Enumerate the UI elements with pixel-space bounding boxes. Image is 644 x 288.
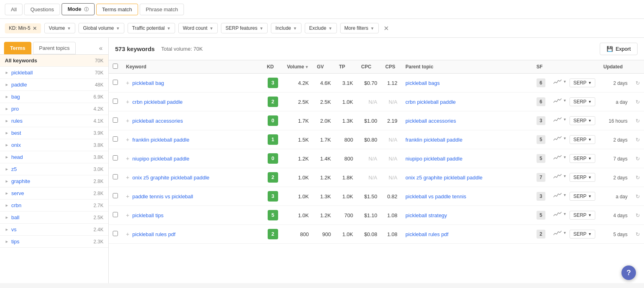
chevron-down-icon[interactable]: ▼ bbox=[563, 80, 567, 84]
tab-all[interactable]: All bbox=[5, 4, 23, 15]
keyword-link[interactable]: pickleball rules pdf bbox=[132, 231, 175, 237]
tab-phrase-match[interactable]: Phrase match bbox=[140, 4, 184, 15]
add-keyword-button[interactable]: + bbox=[126, 231, 129, 237]
serp-button[interactable]: SERP ▼ bbox=[570, 116, 595, 125]
sidebar-item-serve[interactable]: ► serve 2.8K bbox=[0, 187, 108, 200]
parent-topic-link[interactable]: niupipo pickleball paddle bbox=[405, 156, 462, 162]
sidebar-item-vs[interactable]: ► vs 2.4K bbox=[0, 224, 108, 236]
chevron-down-icon[interactable]: ▼ bbox=[563, 136, 567, 140]
sidebar-item-ball[interactable]: ► ball 2.5K bbox=[0, 212, 108, 224]
add-keyword-button[interactable]: + bbox=[126, 193, 129, 200]
sidebar-item-graphite[interactable]: ► graphite 2.8K bbox=[0, 175, 108, 187]
sidebar-item-onix[interactable]: ► onix 3.8K bbox=[0, 139, 108, 151]
add-keyword-button[interactable]: + bbox=[126, 136, 129, 143]
sidebar-item-head[interactable]: ► head 3.8K bbox=[0, 151, 108, 163]
include-filter[interactable]: Include ▼ bbox=[271, 23, 301, 33]
row-checkbox[interactable] bbox=[113, 80, 118, 85]
row-checkbox[interactable] bbox=[113, 155, 118, 160]
parent-topic-link[interactable]: pickleball bags bbox=[405, 80, 440, 86]
sidebar-collapse-button[interactable]: « bbox=[97, 43, 104, 53]
parent-topic-link[interactable]: franklin pickleball paddle bbox=[405, 137, 462, 143]
refresh-icon[interactable]: ↻ bbox=[636, 175, 640, 181]
keyword-link[interactable]: pickleball tips bbox=[132, 212, 163, 218]
add-keyword-button[interactable]: + bbox=[126, 174, 129, 181]
keyword-link[interactable]: pickleball accessories bbox=[132, 118, 183, 124]
tab-terms-match[interactable]: Terms match bbox=[96, 4, 138, 15]
serp-button[interactable]: SERP ▼ bbox=[570, 173, 595, 182]
parent-topic-link[interactable]: pickleball accessories bbox=[405, 118, 456, 124]
keyword-link[interactable]: onix z5 graphite pickleball paddle bbox=[132, 175, 210, 181]
export-button[interactable]: 💾 Export bbox=[600, 43, 638, 55]
row-checkbox[interactable] bbox=[113, 99, 118, 104]
tab-mode[interactable]: Mode ⓘ bbox=[62, 3, 95, 15]
sidebar-item-paddle[interactable]: ► paddle 48K bbox=[0, 79, 108, 91]
sidebar-item-crbn[interactable]: ► crbn 2.7K bbox=[0, 200, 108, 212]
add-keyword-button[interactable]: + bbox=[126, 212, 129, 218]
parent-topic-link[interactable]: pickleball rules pdf bbox=[405, 231, 448, 237]
parent-topic-link[interactable]: pickleball strategy bbox=[405, 212, 447, 218]
select-all-checkbox[interactable] bbox=[113, 64, 118, 69]
sidebar-item-rules[interactable]: ► rules 4.1K bbox=[0, 115, 108, 127]
kd-close-icon[interactable]: ✕ bbox=[33, 25, 37, 31]
parent-topic-link[interactable]: crbn pickleball paddle bbox=[405, 99, 456, 105]
serp-button[interactable]: SERP ▼ bbox=[570, 78, 595, 87]
add-keyword-button[interactable]: + bbox=[126, 155, 129, 162]
sidebar-item-all-keywords[interactable]: All keywords 70K bbox=[0, 55, 108, 67]
sidebar-item-pickleball[interactable]: ► pickleball 70K bbox=[0, 67, 108, 79]
refresh-icon[interactable]: ↻ bbox=[636, 156, 640, 162]
serp-button[interactable]: SERP ▼ bbox=[570, 230, 595, 239]
refresh-icon[interactable]: ↻ bbox=[636, 212, 640, 218]
row-checkbox[interactable] bbox=[113, 212, 118, 217]
chevron-down-icon[interactable]: ▼ bbox=[563, 155, 567, 159]
col-header-kd[interactable]: KD bbox=[263, 60, 283, 74]
row-checkbox[interactable] bbox=[113, 174, 118, 179]
sidebar-item-pro[interactable]: ► pro 4.2K bbox=[0, 103, 108, 115]
chevron-down-icon[interactable]: ▼ bbox=[563, 174, 567, 178]
refresh-icon[interactable]: ↻ bbox=[636, 137, 640, 143]
sidebar-item-z5[interactable]: ► z5 3.0K bbox=[0, 163, 108, 175]
keyword-link[interactable]: paddle tennis vs pickleball bbox=[132, 193, 193, 200]
row-checkbox[interactable] bbox=[113, 117, 118, 123]
sidebar-tab-terms[interactable]: Terms bbox=[4, 42, 31, 54]
add-keyword-button[interactable]: + bbox=[126, 117, 129, 124]
chevron-down-icon[interactable]: ▼ bbox=[563, 193, 567, 197]
exclude-filter[interactable]: Exclude ▼ bbox=[305, 23, 337, 33]
chevron-down-icon[interactable]: ▼ bbox=[563, 212, 567, 216]
keyword-link[interactable]: franklin pickleball paddle bbox=[132, 137, 190, 143]
keyword-link[interactable]: crbn pickleball paddle bbox=[132, 99, 183, 105]
sidebar-item-bag[interactable]: ► bag 6.9K bbox=[0, 91, 108, 103]
keyword-link[interactable]: niupipo pickleball paddle bbox=[132, 156, 190, 162]
sidebar-item-best[interactable]: ► best 3.9K bbox=[0, 127, 108, 139]
serp-features-filter[interactable]: SERP features ▼ bbox=[221, 23, 268, 33]
global-volume-filter[interactable]: Global volume ▼ bbox=[78, 23, 124, 33]
more-filters[interactable]: More filters ▼ bbox=[340, 23, 379, 33]
help-button[interactable]: ? bbox=[621, 265, 636, 280]
refresh-icon[interactable]: ↻ bbox=[636, 231, 640, 237]
add-keyword-button[interactable]: + bbox=[126, 99, 129, 105]
add-keyword-button[interactable]: + bbox=[126, 80, 129, 86]
chevron-down-icon[interactable]: ▼ bbox=[563, 231, 567, 235]
refresh-icon[interactable]: ↻ bbox=[636, 80, 640, 86]
serp-button[interactable]: SERP ▼ bbox=[570, 154, 595, 163]
parent-topic-link[interactable]: pickleball vs paddle tennis bbox=[405, 193, 466, 200]
volume-sort[interactable]: Volume ▼ bbox=[287, 64, 309, 70]
col-header-volume[interactable]: Volume ▼ bbox=[283, 60, 313, 74]
serp-button[interactable]: SERP ▼ bbox=[570, 192, 595, 201]
row-checkbox[interactable] bbox=[113, 231, 118, 236]
serp-button[interactable]: SERP ▼ bbox=[570, 97, 595, 106]
serp-button[interactable]: SERP ▼ bbox=[570, 211, 595, 220]
serp-button[interactable]: SERP ▼ bbox=[570, 135, 595, 144]
clear-all-filters-button[interactable]: ✕ bbox=[382, 25, 390, 32]
sidebar-tab-parent-topics[interactable]: Parent topics bbox=[33, 42, 76, 54]
sidebar-item-tips[interactable]: ► tips 2.3K bbox=[0, 236, 108, 248]
chevron-down-icon[interactable]: ▼ bbox=[563, 99, 567, 103]
refresh-icon[interactable]: ↻ bbox=[636, 99, 640, 105]
keyword-link[interactable]: pickleball bag bbox=[132, 80, 164, 86]
row-checkbox[interactable] bbox=[113, 136, 118, 142]
traffic-potential-filter[interactable]: Traffic potential ▼ bbox=[128, 23, 175, 33]
refresh-icon[interactable]: ↻ bbox=[636, 118, 640, 124]
word-count-filter[interactable]: Word count ▼ bbox=[178, 23, 218, 33]
kd-filter-chip[interactable]: KD: Min-5 ✕ bbox=[5, 23, 41, 33]
volume-filter[interactable]: Volume ▼ bbox=[44, 23, 75, 33]
chevron-down-icon[interactable]: ▼ bbox=[563, 117, 567, 121]
